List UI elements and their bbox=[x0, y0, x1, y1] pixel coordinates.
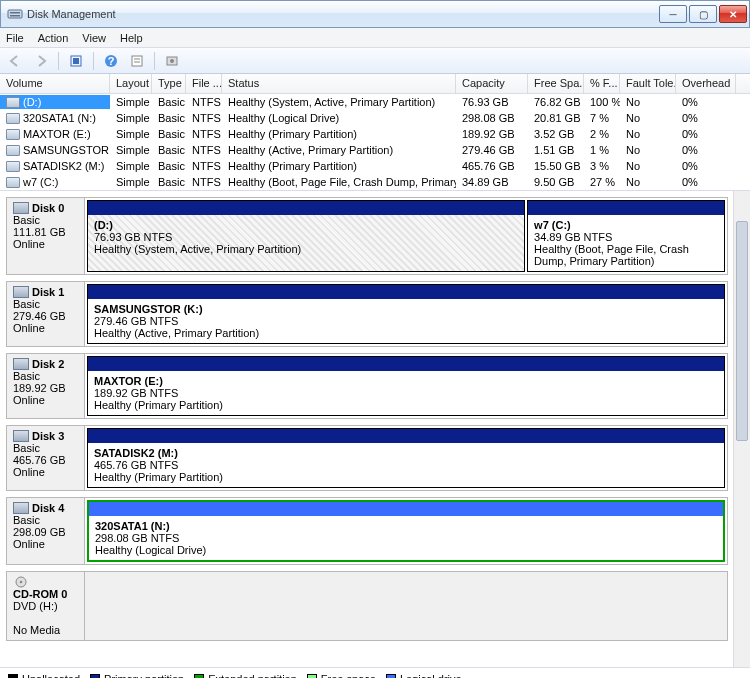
disk-type: Basic bbox=[13, 514, 78, 526]
disk-icon bbox=[13, 430, 29, 442]
volume-free: 76.82 GB bbox=[528, 95, 584, 109]
partition-body: (D:)76.93 GB NTFSHealthy (System, Active… bbox=[88, 215, 524, 271]
volume-fs: NTFS bbox=[186, 175, 222, 189]
toolbar-separator bbox=[58, 52, 59, 70]
menu-file[interactable]: File bbox=[6, 32, 24, 44]
maximize-button[interactable]: ▢ bbox=[689, 5, 717, 23]
volume-overhead: 0% bbox=[676, 159, 736, 173]
menu-help[interactable]: Help bbox=[120, 32, 143, 44]
volume-fs: NTFS bbox=[186, 111, 222, 125]
volume-fault: No bbox=[620, 143, 676, 157]
volume-name: (D:) bbox=[23, 96, 41, 108]
disk-type: Basic bbox=[13, 214, 78, 226]
drive-icon bbox=[6, 129, 20, 140]
col-free[interactable]: Free Spa... bbox=[528, 74, 584, 93]
volume-overhead: 0% bbox=[676, 111, 736, 125]
scrollbar-thumb[interactable] bbox=[736, 221, 748, 441]
volume-name: MAXTOR (E:) bbox=[23, 128, 91, 140]
back-button[interactable] bbox=[4, 50, 26, 72]
disk-capacity: 111.81 GB bbox=[13, 226, 78, 238]
disk-info[interactable]: Disk 2Basic189.92 GBOnline bbox=[7, 354, 85, 418]
volume-capacity: 189.92 GB bbox=[456, 127, 528, 141]
partition-name: (D:) bbox=[94, 219, 518, 231]
menu-action[interactable]: Action bbox=[38, 32, 69, 44]
volume-name: w7 (C:) bbox=[23, 176, 58, 188]
partition[interactable]: MAXTOR (E:)189.92 GB NTFSHealthy (Primar… bbox=[87, 356, 725, 416]
volume-pct: 27 % bbox=[584, 175, 620, 189]
volume-row[interactable]: SATADISK2 (M:)SimpleBasicNTFSHealthy (Pr… bbox=[0, 158, 750, 174]
settings-button[interactable] bbox=[161, 50, 183, 72]
volume-type: Basic bbox=[152, 159, 186, 173]
disk-state: Online bbox=[13, 238, 78, 250]
partition[interactable]: w7 (C:)34.89 GB NTFSHealthy (Boot, Page … bbox=[527, 200, 725, 272]
volume-pct: 1 % bbox=[584, 143, 620, 157]
disk-type: Basic bbox=[13, 370, 78, 382]
disk-row: CD-ROM 0DVD (H:)No Media bbox=[6, 571, 728, 641]
disk-name: Disk 4 bbox=[32, 502, 64, 514]
disk-info[interactable]: Disk 0Basic111.81 GBOnline bbox=[7, 198, 85, 274]
disk-info[interactable]: Disk 4Basic298.09 GBOnline bbox=[7, 498, 85, 564]
col-filesystem[interactable]: File ... bbox=[186, 74, 222, 93]
volume-pct: 3 % bbox=[584, 159, 620, 173]
volume-capacity: 76.93 GB bbox=[456, 95, 528, 109]
minimize-button[interactable]: ─ bbox=[659, 5, 687, 23]
partition-body: MAXTOR (E:)189.92 GB NTFSHealthy (Primar… bbox=[88, 371, 724, 415]
partition-status: Healthy (Boot, Page File, Crash Dump, Pr… bbox=[534, 243, 718, 267]
partition[interactable]: (D:)76.93 GB NTFSHealthy (System, Active… bbox=[87, 200, 525, 272]
volume-capacity: 279.46 GB bbox=[456, 143, 528, 157]
col-capacity[interactable]: Capacity bbox=[456, 74, 528, 93]
volume-fault: No bbox=[620, 159, 676, 173]
col-volume[interactable]: Volume bbox=[0, 74, 110, 93]
volume-row[interactable]: MAXTOR (E:)SimpleBasicNTFSHealthy (Prima… bbox=[0, 126, 750, 142]
menu-view[interactable]: View bbox=[82, 32, 106, 44]
scrollbar-vertical[interactable] bbox=[733, 191, 750, 667]
volume-type: Basic bbox=[152, 111, 186, 125]
volume-row[interactable]: w7 (C:)SimpleBasicNTFSHealthy (Boot, Pag… bbox=[0, 174, 750, 190]
col-percent[interactable]: % F... bbox=[584, 74, 620, 93]
volume-type: Basic bbox=[152, 127, 186, 141]
partition-name: 320SATA1 (N:) bbox=[95, 520, 717, 532]
volume-row[interactable]: (D:)SimpleBasicNTFSHealthy (System, Acti… bbox=[0, 94, 750, 110]
refresh-button[interactable] bbox=[65, 50, 87, 72]
legend-label: Extended partition bbox=[208, 673, 297, 679]
col-layout[interactable]: Layout bbox=[110, 74, 152, 93]
partition[interactable]: SAMSUNGSTOR (K:)279.46 GB NTFSHealthy (A… bbox=[87, 284, 725, 344]
volume-layout: Simple bbox=[110, 143, 152, 157]
volume-row[interactable]: SAMSUNGSTOR (K:)SimpleBasicNTFSHealthy (… bbox=[0, 142, 750, 158]
disk-partitions: 320SATA1 (N:)298.08 GB NTFSHealthy (Logi… bbox=[85, 498, 727, 564]
col-status[interactable]: Status bbox=[222, 74, 456, 93]
disk-type: Basic bbox=[13, 298, 78, 310]
drive-icon bbox=[6, 177, 20, 188]
volume-status: Healthy (Active, Primary Partition) bbox=[222, 143, 456, 157]
disk-info[interactable]: CD-ROM 0DVD (H:)No Media bbox=[7, 572, 85, 640]
partition[interactable]: 320SATA1 (N:)298.08 GB NTFSHealthy (Logi… bbox=[87, 500, 725, 562]
drive-icon bbox=[6, 113, 20, 124]
disk-info[interactable]: Disk 1Basic279.46 GBOnline bbox=[7, 282, 85, 346]
volume-overhead: 0% bbox=[676, 143, 736, 157]
svg-point-13 bbox=[20, 581, 23, 584]
partition-body: SATADISK2 (M:)465.76 GB NTFSHealthy (Pri… bbox=[88, 443, 724, 487]
forward-button[interactable] bbox=[30, 50, 52, 72]
col-type[interactable]: Type bbox=[152, 74, 186, 93]
legend-label: Free space bbox=[321, 673, 376, 679]
volume-free: 20.81 GB bbox=[528, 111, 584, 125]
disk-state: Online bbox=[13, 394, 78, 406]
partition-status: Healthy (Primary Partition) bbox=[94, 399, 718, 411]
partition-status: Healthy (System, Active, Primary Partiti… bbox=[94, 243, 518, 255]
help-button[interactable]: ? bbox=[100, 50, 122, 72]
properties-button[interactable] bbox=[126, 50, 148, 72]
col-fault[interactable]: Fault Tole... bbox=[620, 74, 676, 93]
close-button[interactable]: ✕ bbox=[719, 5, 747, 23]
legend-label: Primary partition bbox=[104, 673, 184, 679]
volume-row[interactable]: 320SATA1 (N:)SimpleBasicNTFSHealthy (Log… bbox=[0, 110, 750, 126]
legend: Unallocated Primary partition Extended p… bbox=[0, 667, 750, 678]
volume-fault: No bbox=[620, 95, 676, 109]
swatch-free bbox=[307, 674, 317, 679]
disk-name: Disk 3 bbox=[32, 430, 64, 442]
volume-list: Volume Layout Type File ... Status Capac… bbox=[0, 74, 750, 191]
col-overhead[interactable]: Overhead bbox=[676, 74, 736, 93]
partition-body: 320SATA1 (N:)298.08 GB NTFSHealthy (Logi… bbox=[89, 516, 723, 560]
disk-info[interactable]: Disk 3Basic465.76 GBOnline bbox=[7, 426, 85, 490]
partition[interactable]: SATADISK2 (M:)465.76 GB NTFSHealthy (Pri… bbox=[87, 428, 725, 488]
volume-name: 320SATA1 (N:) bbox=[23, 112, 96, 124]
